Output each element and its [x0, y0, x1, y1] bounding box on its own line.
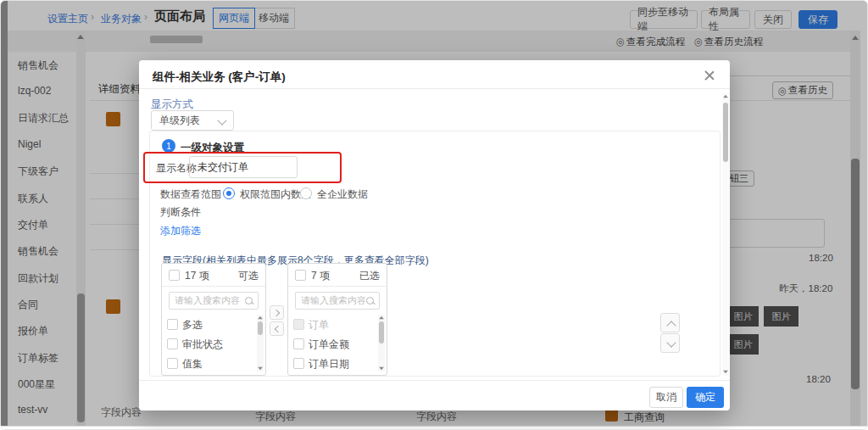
display-mode-value: 单级列表	[159, 114, 200, 128]
scroll-up-icon[interactable]	[723, 95, 728, 98]
scroll-down-icon[interactable]	[723, 371, 728, 374]
select-all-checkbox[interactable]	[295, 270, 306, 281]
chevron-down-icon	[666, 338, 676, 347]
move-right-button[interactable]	[270, 305, 284, 320]
item-checkbox[interactable]	[167, 358, 178, 369]
item-checkbox[interactable]	[293, 338, 304, 349]
selected-count: 7 项	[311, 269, 330, 283]
list-scrollbar[interactable]	[257, 315, 264, 371]
item-checkbox[interactable]	[167, 338, 178, 349]
search-placeholder: 请输入搜索内容	[301, 294, 366, 307]
scroll-up-icon[interactable]	[258, 316, 263, 320]
radio-whole-company-label[interactable]: 全企业数据	[317, 187, 368, 202]
list-scrollbar-thumb[interactable]	[258, 321, 263, 335]
confirm-button[interactable]: 确定	[687, 387, 724, 408]
item-checkbox-disabled	[293, 319, 304, 330]
available-list-header: 17 项 可选	[162, 264, 265, 287]
display-mode-select[interactable]: 单级列表	[151, 110, 234, 131]
chevron-up-icon	[666, 321, 676, 330]
app-window: 设置主页 › 业务对象 › 页面布局 网页端 移动端 同步至移动端 布局属性 关…	[0, 0, 868, 430]
search-placeholder: 请输入搜索内容	[175, 294, 240, 307]
condition-label: 判断条件	[160, 205, 201, 220]
related-business-dialog: 组件-相关业务 (客户-订单) 显示方式 单级列表 1 一级对象设置 显示名称 …	[139, 60, 730, 410]
available-tag: 可选	[238, 269, 259, 283]
list-scrollbar-thumb[interactable]	[379, 321, 384, 343]
section-number-badge: 1	[162, 139, 175, 153]
list-scrollbar[interactable]	[378, 315, 385, 371]
dialog-scrollbar-thumb[interactable]	[723, 103, 728, 162]
radio-whole-company[interactable]	[300, 187, 312, 199]
move-up-button[interactable]	[660, 313, 680, 332]
move-left-button[interactable]	[270, 321, 284, 336]
chevron-left-icon	[275, 326, 281, 332]
dialog-title: 组件-相关业务 (客户-订单)	[153, 70, 286, 85]
select-all-checkbox[interactable]	[169, 270, 180, 281]
scroll-up-icon[interactable]	[379, 316, 384, 320]
chevron-right-icon	[273, 310, 280, 316]
bottom-strip	[1, 426, 868, 430]
item-checkbox[interactable]	[167, 319, 178, 330]
cancel-button[interactable]: 取消	[649, 387, 683, 408]
selected-tag: 已选	[359, 269, 380, 283]
chevron-down-icon	[217, 115, 226, 125]
item-checkbox[interactable]	[293, 358, 304, 369]
scroll-down-icon[interactable]	[258, 367, 263, 371]
available-search-input[interactable]: 请输入搜索内容	[169, 292, 259, 310]
scroll-down-icon[interactable]	[379, 367, 384, 371]
radio-permission-scope[interactable]	[223, 187, 235, 199]
available-fields-list: 17 项 可选 请输入搜索内容 多选 审批状态 值集	[161, 263, 266, 376]
add-filter-link[interactable]: 添加筛选	[160, 224, 201, 238]
search-icon	[245, 297, 253, 304]
search-icon	[366, 297, 374, 304]
data-scope-label: 数据查看范围	[160, 187, 221, 202]
close-icon[interactable]	[703, 69, 716, 82]
selected-search-input[interactable]: 请输入搜索内容	[295, 292, 380, 310]
move-down-button[interactable]	[660, 333, 680, 353]
available-count: 17 项	[185, 269, 209, 283]
annotation-highlight-box	[143, 152, 342, 183]
selected-list-header: 7 项 已选	[288, 264, 387, 287]
selected-fields-list: 7 项 已选 请输入搜索内容 订单 订单金额 订单日期	[287, 263, 387, 376]
